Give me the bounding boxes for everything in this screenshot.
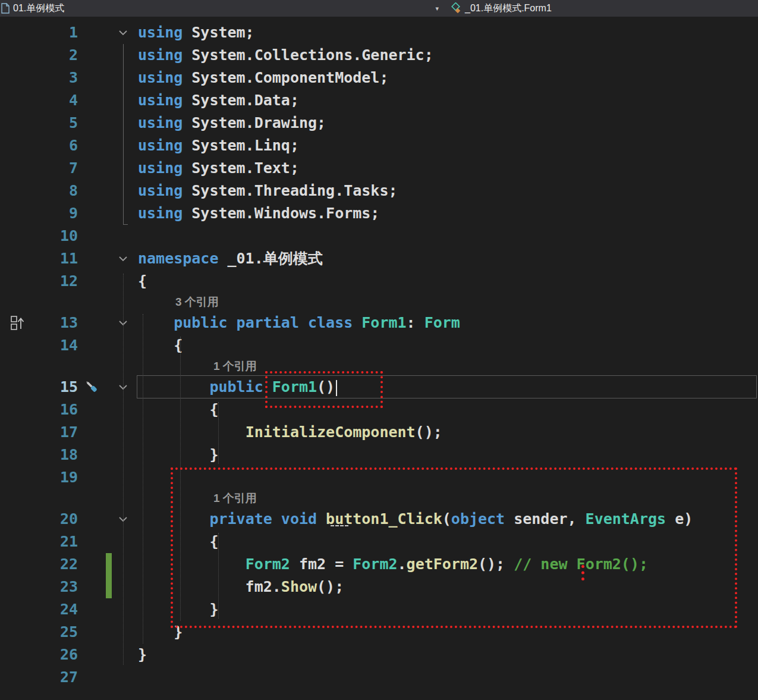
breakpoint-margin[interactable] — [0, 89, 36, 112]
line-number[interactable]: 22 — [36, 553, 78, 576]
breakpoint-margin[interactable] — [0, 376, 36, 398]
quick-actions-margin[interactable] — [78, 376, 106, 398]
breakpoint-margin[interactable] — [0, 576, 36, 598]
line-number[interactable]: 17 — [36, 421, 78, 444]
breakpoint-margin[interactable] — [0, 508, 36, 531]
breakpoint-margin[interactable] — [0, 444, 36, 466]
line-number[interactable]: 21 — [36, 531, 78, 553]
breakpoint-margin[interactable] — [0, 666, 36, 689]
line-number[interactable]: 11 — [36, 247, 78, 270]
codelens-references[interactable]: 3 个引用 — [0, 293, 758, 312]
breakpoint-margin[interactable] — [0, 180, 36, 202]
line-number[interactable]: 9 — [36, 202, 78, 225]
breakpoint-margin[interactable] — [0, 67, 36, 89]
breakpoint-margin[interactable] — [0, 421, 36, 444]
code-text[interactable]: using System.Drawing; — [134, 112, 758, 134]
code-text[interactable]: { — [134, 398, 758, 421]
line-number[interactable]: 8 — [36, 180, 78, 202]
change-tracking-bar — [106, 312, 112, 334]
fold-chevron-icon[interactable] — [112, 376, 134, 398]
line-number[interactable]: 16 — [36, 398, 78, 421]
code-text[interactable]: Form2 fm2 = Form2.getForm2(); // new For… — [134, 553, 758, 576]
breakpoint-margin[interactable] — [0, 44, 36, 67]
breakpoint-margin[interactable] — [0, 225, 36, 247]
breakpoint-margin[interactable] — [0, 644, 36, 666]
codelens-references[interactable]: 1 个引用 — [0, 489, 758, 508]
line-number[interactable]: 27 — [36, 666, 78, 689]
code-text[interactable]: } — [134, 598, 758, 621]
fold-chevron-icon[interactable] — [112, 312, 134, 334]
code-text[interactable]: { — [134, 270, 758, 293]
code-text[interactable]: using System.ComponentModel; — [134, 67, 758, 89]
chevron-down-icon — [118, 256, 128, 262]
line-number[interactable]: 20 — [36, 508, 78, 531]
code-text[interactable]: using System.Linq; — [134, 134, 758, 157]
code-text[interactable]: using System.Data; — [134, 89, 758, 112]
breakpoint-margin[interactable] — [0, 466, 36, 489]
breakpoint-margin[interactable] — [0, 247, 36, 270]
fold-chevron-icon[interactable] — [112, 21, 134, 44]
line-number[interactable]: 4 — [36, 89, 78, 112]
code-text[interactable]: using System.Windows.Forms; — [134, 202, 758, 225]
breakpoint-margin[interactable] — [0, 398, 36, 421]
code-line: 19 — [0, 466, 758, 489]
breakpoint-margin[interactable] — [0, 270, 36, 293]
code-text[interactable]: } — [134, 444, 758, 466]
code-text[interactable]: { — [134, 334, 758, 357]
inheritance-margin-icon[interactable] — [10, 315, 26, 331]
breakpoint-margin[interactable] — [0, 334, 36, 357]
code-text[interactable]: { — [134, 531, 758, 553]
line-number[interactable]: 18 — [36, 444, 78, 466]
line-number[interactable]: 1 — [36, 21, 78, 44]
code-text[interactable]: public partial class Form1: Form — [134, 312, 758, 334]
code-text[interactable] — [134, 666, 758, 689]
breakpoint-margin[interactable] — [0, 553, 36, 576]
code-token: { — [138, 272, 147, 290]
codelens-references[interactable]: 1 个引用 — [0, 357, 758, 376]
line-number[interactable]: 13 — [36, 312, 78, 334]
code-text[interactable]: public Form1() — [134, 376, 758, 398]
line-number[interactable]: 25 — [36, 621, 78, 644]
breakpoint-margin[interactable] — [0, 621, 36, 644]
line-number[interactable]: 23 — [36, 576, 78, 598]
code-text[interactable]: } — [134, 621, 758, 644]
breakpoint-margin[interactable] — [0, 531, 36, 553]
code-text[interactable]: using System.Collections.Generic; — [134, 44, 758, 67]
code-text[interactable]: fm2.Show(); — [134, 576, 758, 598]
line-number[interactable]: 7 — [36, 157, 78, 180]
line-number[interactable]: 15 — [36, 376, 78, 398]
line-number[interactable]: 14 — [36, 334, 78, 357]
code-token: } — [138, 446, 218, 463]
code-text[interactable]: private void button1_Click(object sender… — [134, 508, 758, 531]
code-token: { — [138, 401, 218, 418]
breakpoint-margin[interactable] — [0, 598, 36, 621]
line-number[interactable]: 12 — [36, 270, 78, 293]
breakpoint-margin[interactable] — [0, 134, 36, 157]
line-number[interactable]: 3 — [36, 67, 78, 89]
line-number[interactable]: 6 — [36, 134, 78, 157]
breakpoint-margin[interactable] — [0, 312, 36, 334]
breakpoint-margin[interactable] — [0, 112, 36, 134]
fold-chevron-icon[interactable] — [112, 247, 134, 270]
breakpoint-margin[interactable] — [0, 21, 36, 44]
code-text[interactable]: } — [134, 644, 758, 666]
line-number[interactable]: 26 — [36, 644, 78, 666]
line-number[interactable]: 5 — [36, 112, 78, 134]
code-editor[interactable]: 1using System;2using System.Collections.… — [0, 17, 758, 689]
code-text[interactable]: using System.Text; — [134, 157, 758, 180]
line-number[interactable]: 10 — [36, 225, 78, 247]
breakpoint-margin[interactable] — [0, 202, 36, 225]
code-text[interactable] — [134, 225, 758, 247]
code-text[interactable]: using System; — [134, 21, 758, 44]
code-text[interactable]: InitializeComponent(); — [134, 421, 758, 444]
code-text[interactable]: using System.Threading.Tasks; — [134, 180, 758, 202]
line-number[interactable]: 19 — [36, 466, 78, 489]
code-text[interactable] — [134, 466, 758, 489]
project-dropdown[interactable]: 01.单例模式 ▾ — [0, 0, 445, 17]
line-number[interactable]: 2 — [36, 44, 78, 67]
line-number[interactable]: 24 — [36, 598, 78, 621]
type-member-dropdown[interactable]: _01.单例模式.Form1 — [445, 0, 758, 17]
code-text[interactable]: namespace _01.单例模式 — [134, 247, 758, 270]
breakpoint-margin[interactable] — [0, 157, 36, 180]
fold-chevron-icon[interactable] — [112, 508, 134, 531]
